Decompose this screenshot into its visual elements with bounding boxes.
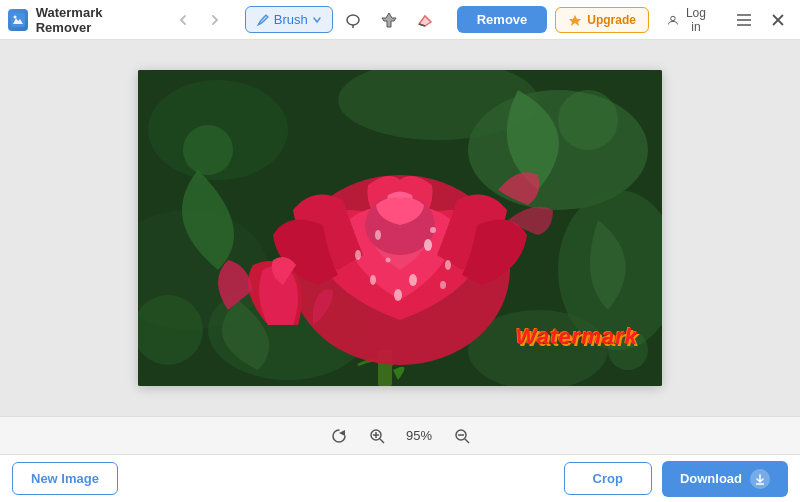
upgrade-button[interactable]: Upgrade bbox=[555, 7, 649, 33]
title-bar: Watermark Remover Brush Remove Upgrade bbox=[0, 0, 800, 40]
erase-tool-button[interactable] bbox=[409, 4, 441, 36]
svg-point-32 bbox=[183, 125, 233, 175]
svg-line-42 bbox=[465, 439, 469, 443]
login-label: Log in bbox=[684, 6, 708, 34]
svg-point-21 bbox=[424, 239, 432, 251]
svg-point-30 bbox=[386, 258, 391, 263]
rose-image: Watermark bbox=[138, 70, 662, 386]
svg-point-31 bbox=[558, 90, 618, 150]
svg-point-25 bbox=[370, 275, 376, 285]
app-title: Watermark Remover bbox=[36, 5, 149, 35]
lasso-tool-button[interactable] bbox=[337, 4, 369, 36]
watermark-overlay: Watermark bbox=[516, 324, 638, 350]
main-canvas-area: Watermark bbox=[0, 40, 800, 416]
nav-controls bbox=[169, 6, 229, 34]
back-button[interactable] bbox=[169, 6, 197, 34]
svg-point-24 bbox=[409, 274, 417, 286]
pin-tool-button[interactable] bbox=[373, 4, 405, 36]
new-image-button[interactable]: New Image bbox=[12, 462, 118, 495]
download-label: Download bbox=[680, 471, 742, 486]
zoom-level: 95% bbox=[402, 428, 437, 443]
upgrade-label: Upgrade bbox=[587, 13, 636, 27]
remove-button[interactable]: Remove bbox=[457, 6, 548, 33]
svg-point-28 bbox=[394, 289, 402, 301]
window-controls bbox=[730, 6, 792, 34]
svg-marker-35 bbox=[339, 430, 345, 436]
svg-point-4 bbox=[671, 16, 675, 20]
zoom-out-button[interactable] bbox=[449, 423, 475, 449]
svg-marker-3 bbox=[569, 15, 581, 26]
svg-point-22 bbox=[445, 260, 451, 270]
status-bar: 95% bbox=[0, 416, 800, 454]
svg-line-39 bbox=[380, 439, 384, 443]
footer: New Image Crop Download bbox=[0, 454, 800, 502]
svg-point-26 bbox=[440, 281, 446, 289]
image-container[interactable]: Watermark bbox=[138, 70, 662, 386]
svg-rect-0 bbox=[11, 13, 25, 27]
svg-point-27 bbox=[355, 250, 361, 260]
crop-button[interactable]: Crop bbox=[564, 462, 652, 495]
svg-point-23 bbox=[375, 230, 381, 240]
tool-group: Brush bbox=[245, 4, 441, 36]
zoom-in-button[interactable] bbox=[364, 423, 390, 449]
brush-label: Brush bbox=[274, 12, 308, 27]
menu-button[interactable] bbox=[730, 6, 758, 34]
svg-point-29 bbox=[430, 227, 436, 233]
forward-button[interactable] bbox=[201, 6, 229, 34]
svg-point-2 bbox=[347, 15, 359, 25]
footer-right: Crop Download bbox=[564, 461, 788, 497]
rotate-button[interactable] bbox=[326, 423, 352, 449]
title-bar-right: Upgrade Log in bbox=[555, 1, 792, 39]
brush-tool-button[interactable]: Brush bbox=[245, 6, 333, 33]
app-logo bbox=[8, 9, 28, 31]
login-button[interactable]: Log in bbox=[657, 1, 718, 39]
download-button[interactable]: Download bbox=[662, 461, 788, 497]
download-icon bbox=[750, 469, 770, 489]
close-button[interactable] bbox=[764, 6, 792, 34]
svg-point-1 bbox=[13, 15, 16, 18]
